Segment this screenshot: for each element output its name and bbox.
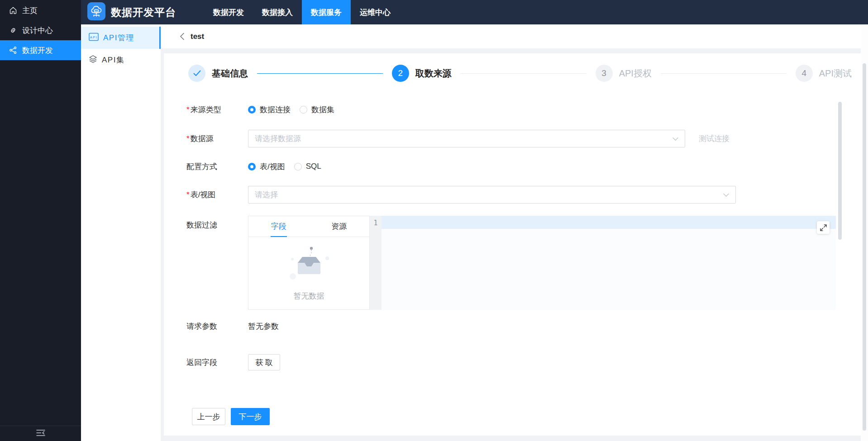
main-card: 基础信息 2 取数来源 3 API授权 4 API测试 *来源类型 数据连接 数: [164, 53, 861, 436]
api-icon: API: [89, 33, 99, 43]
step-number: 3: [596, 65, 613, 82]
card-scrollbar-thumb[interactable]: [838, 102, 842, 240]
top-tab-ops-center[interactable]: 运维中心: [351, 0, 400, 24]
radio-unchecked-icon: [300, 106, 307, 114]
sidebar-footer: [0, 426, 81, 441]
breadcrumb: test: [161, 24, 861, 48]
radio-checked-icon: [248, 163, 256, 171]
step-basic-info[interactable]: 基础信息: [188, 65, 248, 82]
table-view-select[interactable]: 请选择: [248, 186, 736, 204]
config-mode-label: 配置方式: [186, 161, 248, 172]
radio-label: SQL: [306, 162, 321, 171]
link-icon: [9, 26, 17, 34]
submenu-item-api-set[interactable]: API集: [81, 49, 161, 71]
radio-table-view[interactable]: 表/视图: [248, 161, 285, 172]
menu-fold-icon[interactable]: [36, 429, 45, 438]
required-mark: *: [186, 105, 190, 114]
empty-box-icon: [286, 246, 333, 286]
app-title: 数据开发平台: [111, 5, 176, 19]
sidebar-item-home[interactable]: 主页: [0, 0, 81, 20]
empty-state: 暂无数据: [248, 237, 369, 309]
submenu-item-label: API集: [102, 55, 124, 65]
tab-fields[interactable]: 字段: [248, 216, 309, 237]
datasource-label: *数据源: [186, 133, 248, 144]
radio-unchecked-icon: [294, 163, 302, 171]
page-scrollbar-thumb[interactable]: [863, 63, 866, 431]
test-connection-link[interactable]: 测试连接: [699, 133, 730, 144]
table-view-label: *表/视图: [186, 190, 248, 200]
filter-tabs: 字段 资源: [248, 216, 369, 237]
radio-sql[interactable]: SQL: [294, 162, 321, 171]
back-chevron-icon[interactable]: [180, 33, 185, 40]
return-fields-label: 返回字段: [186, 357, 248, 368]
top-tab-data-service[interactable]: 数据服务: [302, 0, 351, 24]
request-params-label: 请求参数: [186, 321, 248, 332]
top-tab-data-ingestion[interactable]: 数据接入: [253, 0, 302, 24]
radio-label: 数据连接: [260, 104, 291, 115]
step-api-test[interactable]: 4 API测试: [796, 65, 852, 82]
request-params-value: 暂无参数: [248, 321, 279, 332]
source-type-label: *来源类型: [186, 104, 248, 115]
sidebar-item-label: 设计中心: [22, 25, 53, 36]
next-step-button[interactable]: 下一步: [231, 408, 270, 425]
step-api-auth[interactable]: 3 API授权: [596, 65, 652, 82]
prev-step-button[interactable]: 上一步: [192, 408, 225, 425]
radio-label: 表/视图: [260, 161, 285, 172]
datasource-select[interactable]: 请选择数据源: [248, 130, 685, 147]
step-connector: [257, 73, 383, 74]
editor-gutter: 1: [370, 216, 382, 310]
sidebar-item-data-development[interactable]: 数据开发: [0, 40, 81, 60]
editor-body[interactable]: [382, 216, 836, 310]
step-connector: [661, 73, 787, 74]
form-row-data-filter: 数据过滤 字段 资源: [186, 216, 852, 310]
code-editor[interactable]: 1: [370, 216, 836, 310]
data-filter-label: 数据过滤: [186, 220, 248, 230]
empty-text: 暂无数据: [294, 291, 324, 301]
required-mark: *: [186, 190, 190, 199]
form-row-source-type: *来源类型 数据连接 数据集: [186, 104, 852, 115]
chevron-down-icon: [672, 135, 678, 143]
fetch-button[interactable]: 获 取: [248, 354, 280, 370]
step-label: API授权: [619, 67, 652, 80]
radio-dataset[interactable]: 数据集: [300, 104, 334, 115]
step-connector: [461, 73, 587, 74]
data-filter-panel: 字段 资源: [248, 216, 836, 310]
global-sidebar: 主页 设计中心 数据开发: [0, 0, 81, 441]
step-number: 4: [796, 65, 813, 82]
top-tab-label: 运维中心: [360, 7, 391, 18]
secondary-sidebar: API API管理 API集: [81, 24, 161, 441]
tab-label: 字段: [271, 221, 286, 232]
step-data-source[interactable]: 2 取数来源: [392, 65, 452, 82]
home-icon: [9, 6, 17, 14]
line-number: 1: [373, 219, 377, 227]
top-tab-data-development[interactable]: 数据开发: [204, 0, 253, 24]
top-nav: 数据开发 数据接入 数据服务 运维中心: [204, 0, 400, 24]
top-tab-label: 数据开发: [213, 7, 244, 18]
source-type-radio-group: 数据连接 数据集: [248, 104, 343, 115]
breadcrumb-title: test: [191, 32, 204, 41]
datasource-placeholder: 请选择数据源: [255, 133, 301, 144]
required-mark: *: [186, 134, 190, 143]
step-number: 2: [392, 65, 409, 82]
layers-icon: [89, 55, 97, 66]
sidebar-item-design-center[interactable]: 设计中心: [0, 20, 81, 40]
radio-checked-icon: [248, 106, 256, 114]
editor-active-line: [382, 216, 836, 229]
form-row-return-fields: 返回字段 获 取: [186, 354, 852, 370]
top-tab-label: 数据接入: [262, 7, 293, 18]
expand-icon[interactable]: [817, 221, 830, 234]
share-icon: [9, 46, 17, 54]
tab-label: 资源: [331, 221, 347, 232]
brand: 数据开发平台: [81, 2, 204, 22]
table-view-placeholder: 请选择: [255, 190, 278, 200]
submenu-item-api-management[interactable]: API API管理: [81, 27, 161, 49]
form-row-table-view: *表/视图 请选择: [186, 186, 852, 204]
footer-actions: 上一步 下一步: [192, 408, 852, 425]
sidebar-item-label: 主页: [22, 5, 38, 16]
page-scrollbar[interactable]: [861, 24, 868, 441]
step-label: 取数来源: [415, 67, 452, 80]
sidebar-item-label: 数据开发: [22, 45, 53, 56]
global-sidebar-nav: 主页 设计中心 数据开发: [0, 0, 81, 60]
radio-data-connection[interactable]: 数据连接: [248, 104, 291, 115]
tab-resources[interactable]: 资源: [309, 216, 370, 237]
